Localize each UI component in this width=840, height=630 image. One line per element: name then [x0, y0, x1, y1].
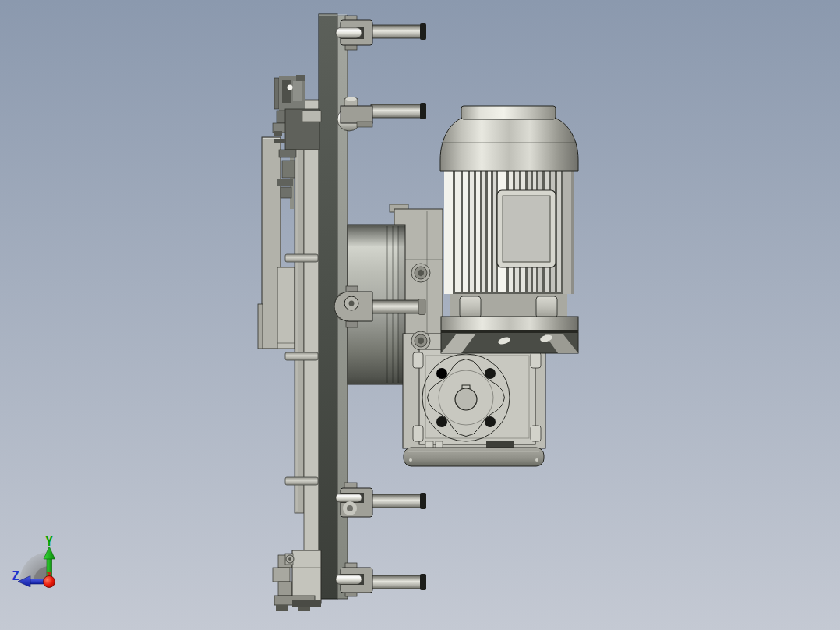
hex-socket-screw — [411, 331, 430, 350]
rod — [371, 575, 422, 589]
rod — [371, 494, 422, 508]
gearbox-foot — [404, 448, 544, 466]
tie-pin — [285, 254, 318, 262]
motor[interactable] — [440, 106, 578, 353]
rod-end-cap — [418, 299, 425, 315]
clevis-block — [341, 106, 372, 123]
y-axis-label: Y — [45, 535, 52, 549]
terminal-box — [497, 190, 556, 267]
z-axis-label: Z — [12, 569, 19, 583]
output-bore — [455, 388, 477, 410]
tie-pin — [285, 477, 318, 485]
flange-bolt-hole — [485, 416, 496, 427]
flange-bolt-hole — [485, 368, 496, 379]
clevis-roller — [336, 575, 362, 585]
rod-end-cap — [420, 574, 426, 590]
clevis-roller — [336, 27, 362, 38]
gearbox-face — [413, 349, 541, 448]
cad-viewport[interactable]: Y Z — [0, 0, 840, 630]
rod-end-cap — [420, 23, 426, 40]
flange-bolt-hole — [436, 368, 447, 379]
rod-end-cap — [420, 493, 426, 509]
clevis-roller — [336, 494, 362, 502]
hub-cylinder[interactable] — [277, 267, 295, 349]
rod-end-cap — [420, 103, 426, 119]
motor-flange — [441, 292, 578, 333]
origin-ball[interactable] — [44, 576, 55, 588]
tie-pin — [285, 352, 318, 360]
rod — [371, 300, 421, 313]
hex-socket-screw — [411, 264, 430, 282]
bracket-bottom[interactable] — [273, 550, 321, 611]
motor-bell-adapter — [441, 332, 578, 353]
rod — [371, 104, 422, 118]
rod — [371, 25, 422, 38]
flange-bolt-hole — [436, 416, 447, 427]
